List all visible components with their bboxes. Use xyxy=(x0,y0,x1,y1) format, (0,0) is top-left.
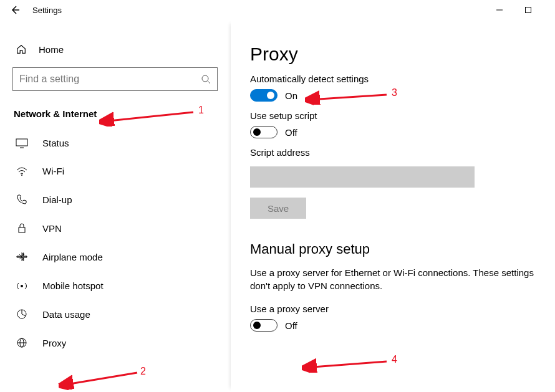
search-box[interactable] xyxy=(12,67,218,91)
sidebar-item-proxy[interactable]: Proxy xyxy=(12,328,218,357)
nav-label: Wi-Fi xyxy=(42,166,64,176)
window-title: Settings xyxy=(32,6,62,15)
window-edge xyxy=(543,0,555,20)
auto-detect-state: On xyxy=(285,90,297,101)
home-label: Home xyxy=(39,44,64,55)
nav-label: Proxy xyxy=(42,338,66,348)
sidebar-category: Network & Internet xyxy=(14,108,218,119)
minimize-button[interactable] xyxy=(485,0,514,20)
auto-detect-label: Automatically detect settings xyxy=(250,74,536,84)
wifi-icon xyxy=(15,166,29,176)
phone-icon xyxy=(15,194,29,205)
svg-point-2 xyxy=(202,75,208,82)
sidebar-item-datausage[interactable]: Data usage xyxy=(12,300,218,328)
page-title: Proxy xyxy=(250,44,536,65)
svg-line-3 xyxy=(208,81,210,84)
setup-script-toggle[interactable] xyxy=(250,126,278,138)
sidebar-item-wifi[interactable]: Wi-Fi xyxy=(12,157,218,185)
datausage-icon xyxy=(15,308,29,320)
auto-detect-toggle[interactable] xyxy=(250,89,278,102)
home-icon xyxy=(15,44,27,55)
main-content: Proxy Automatically detect settings On U… xyxy=(231,20,555,392)
nav-label: VPN xyxy=(42,223,62,234)
manual-heading: Manual proxy setup xyxy=(250,241,536,257)
back-arrow-icon xyxy=(10,5,20,15)
nav-label: Data usage xyxy=(42,309,90,320)
lock-icon xyxy=(15,222,29,234)
save-button[interactable]: Save xyxy=(250,198,306,219)
script-address-input[interactable] xyxy=(250,166,475,188)
globe-icon xyxy=(15,337,29,348)
sidebar-item-dialup[interactable]: Dial-up xyxy=(12,185,218,214)
nav-label: Status xyxy=(42,138,69,148)
sidebar-home[interactable]: Home xyxy=(12,40,218,67)
hotspot-icon xyxy=(15,280,29,291)
svg-rect-4 xyxy=(16,139,27,146)
setup-script-state: Off xyxy=(285,127,297,138)
titlebar: Settings xyxy=(0,0,555,20)
svg-point-6 xyxy=(21,174,22,176)
setup-script-label: Use setup script xyxy=(250,110,536,121)
sidebar: Home Network & Internet Status Wi-Fi Dia… xyxy=(0,20,231,392)
script-address-label: Script address xyxy=(250,147,536,158)
monitor-icon xyxy=(15,138,29,148)
nav-label: Mobile hotspot xyxy=(42,280,104,291)
search-icon xyxy=(201,74,211,84)
svg-rect-1 xyxy=(526,7,531,13)
nav-label: Airplane mode xyxy=(42,252,103,262)
airplane-icon xyxy=(15,251,29,262)
search-input[interactable] xyxy=(19,74,201,85)
sidebar-item-status[interactable]: Status xyxy=(12,129,218,157)
use-proxy-state: Off xyxy=(285,320,297,331)
use-proxy-toggle[interactable] xyxy=(250,319,278,332)
svg-point-8 xyxy=(21,285,23,287)
maximize-button[interactable] xyxy=(514,0,543,20)
sidebar-item-vpn[interactable]: VPN xyxy=(12,214,218,242)
nav-label: Dial-up xyxy=(42,194,72,205)
window-controls xyxy=(485,0,555,20)
back-button[interactable] xyxy=(5,0,25,20)
use-proxy-label: Use a proxy server xyxy=(250,304,536,314)
svg-rect-7 xyxy=(19,227,25,232)
manual-description: Use a proxy server for Ethernet or Wi-Fi… xyxy=(250,266,536,292)
sidebar-item-hotspot[interactable]: Mobile hotspot xyxy=(12,271,218,300)
sidebar-item-airplane[interactable]: Airplane mode xyxy=(12,242,218,271)
